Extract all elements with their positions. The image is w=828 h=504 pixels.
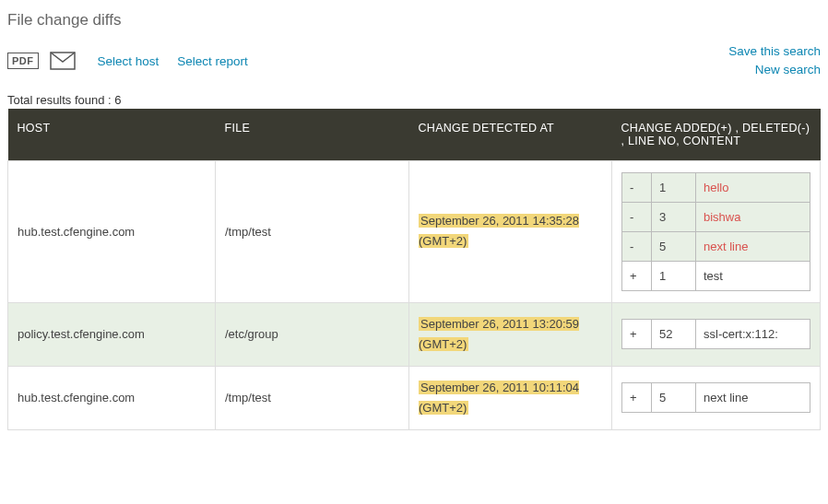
changes-table: -1hello-3bishwa-5next line+1test: [621, 172, 810, 291]
change-content: bishwa: [696, 202, 810, 231]
change-sign: -: [622, 202, 652, 231]
cell-file: /tmp/test: [216, 160, 409, 302]
change-content: hello: [696, 172, 810, 202]
select-report-link[interactable]: Select report: [177, 54, 248, 68]
table-header-row: HOST FILE CHANGE DETECTED AT CHANGE ADDE…: [8, 109, 821, 161]
timestamp-highlight: September 26, 2011 10:11:04 (GMT+2): [419, 381, 579, 415]
pdf-icon: PDF: [7, 53, 39, 69]
table-row: hub.test.cfengine.com/tmp/testSeptember …: [8, 160, 821, 302]
new-search-link[interactable]: New search: [728, 61, 821, 79]
change-sign: +: [622, 320, 652, 349]
change-line-no: 1: [652, 261, 696, 290]
changes-table: +52ssl-cert:x:112:: [621, 319, 810, 349]
change-line-no: 5: [652, 231, 696, 261]
change-row: +5next line: [622, 383, 810, 413]
page-title: File change diffs: [7, 11, 821, 29]
timestamp-highlight: September 26, 2011 14:35:28 (GMT+2): [419, 214, 579, 248]
email-button[interactable]: [50, 50, 76, 72]
change-content: ssl-cert:x:112:: [696, 320, 810, 349]
save-search-link[interactable]: Save this search: [728, 42, 821, 61]
change-sign: +: [622, 261, 652, 290]
change-row: -5next line: [622, 231, 810, 261]
change-content: next line: [696, 383, 810, 413]
cell-file: /etc/group: [216, 302, 409, 366]
cell-diff: +5next line: [612, 366, 821, 429]
select-host-link[interactable]: Select host: [98, 54, 160, 68]
change-sign: -: [622, 231, 652, 261]
change-sign: -: [622, 172, 652, 202]
cell-host: hub.test.cfengine.com: [8, 366, 216, 429]
cell-diff: +52ssl-cert:x:112:: [612, 302, 821, 366]
change-sign: +: [622, 383, 652, 413]
col-diff: CHANGE ADDED(+) , DELETED(-) , LINE NO, …: [612, 109, 821, 161]
total-results: Total results found : 6: [7, 93, 821, 107]
change-row: +52ssl-cert:x:112:: [622, 320, 810, 349]
change-line-no: 1: [652, 172, 696, 202]
change-row: -3bishwa: [622, 202, 810, 231]
change-line-no: 52: [652, 320, 696, 349]
cell-host: policy.test.cfengine.com: [8, 302, 216, 366]
table-row: hub.test.cfengine.com/tmp/testSeptember …: [8, 366, 821, 429]
table-row: policy.test.cfengine.com/etc/groupSeptem…: [8, 302, 821, 366]
change-line-no: 3: [652, 202, 696, 231]
changes-table: +5next line: [621, 382, 810, 413]
col-file: FILE: [216, 109, 409, 161]
toolbar: PDF Select host Select report Save this …: [7, 42, 821, 80]
cell-file: /tmp/test: [216, 366, 409, 429]
change-row: +1test: [622, 261, 810, 290]
cell-host: hub.test.cfengine.com: [8, 160, 216, 302]
cell-diff: -1hello-3bishwa-5next line+1test: [612, 160, 821, 302]
change-content: next line: [696, 231, 810, 261]
change-line-no: 5: [652, 383, 696, 413]
export-pdf-button[interactable]: PDF: [7, 50, 39, 72]
cell-change-detected: September 26, 2011 14:35:28 (GMT+2): [409, 160, 612, 302]
envelope-icon: [50, 52, 76, 70]
col-detected: CHANGE DETECTED AT: [409, 109, 612, 161]
timestamp-highlight: September 26, 2011 13:20:59 (GMT+2): [419, 317, 579, 351]
change-row: -1hello: [622, 172, 810, 202]
change-content: test: [696, 261, 810, 290]
cell-change-detected: September 26, 2011 13:20:59 (GMT+2): [409, 302, 612, 366]
cell-change-detected: September 26, 2011 10:11:04 (GMT+2): [409, 366, 612, 429]
col-host: HOST: [8, 109, 216, 161]
results-table: HOST FILE CHANGE DETECTED AT CHANGE ADDE…: [7, 109, 821, 430]
